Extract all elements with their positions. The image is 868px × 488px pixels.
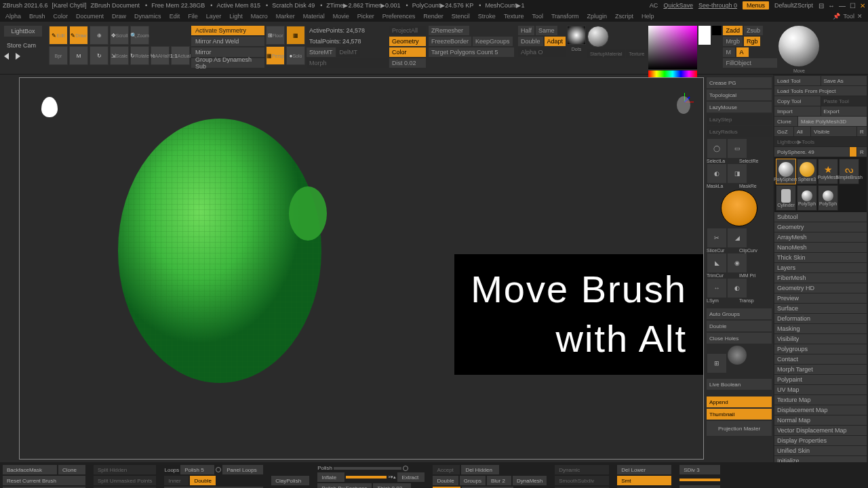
polish-toggle-icon[interactable] <box>216 467 221 472</box>
mesh-object[interactable] <box>101 112 372 396</box>
texture-button[interactable]: Texture <box>626 49 647 58</box>
m-button[interactable]: M <box>723 47 735 57</box>
goz-visible-button[interactable]: Visible <box>811 127 856 136</box>
tool-section-uv-map[interactable]: UV Map <box>774 385 867 394</box>
tool-thumb-simplebrush[interactable]: ᔓSimpleBrush <box>839 159 859 184</box>
mirror-weld-button[interactable]: Mirror And Weld <box>191 37 264 46</box>
zsub-button[interactable]: Zsub <box>744 26 763 35</box>
close-panel-icon[interactable]: ✕ <box>857 13 863 20</box>
keep-groups-button[interactable]: KeepGroups <box>473 37 513 46</box>
menu-zplugin[interactable]: Zplugin <box>587 13 608 20</box>
mask-lasso-icon[interactable]: ◐ <box>707 164 726 183</box>
hue-strip[interactable] <box>648 70 697 77</box>
tool-section-display-properties[interactable]: Display Properties <box>774 436 867 445</box>
select-rect-icon[interactable]: ▭ <box>728 139 747 158</box>
copy-tool-button[interactable]: Copy Tool <box>774 96 821 106</box>
menu-brush[interactable]: Brush <box>29 13 45 20</box>
double-extract-button[interactable]: Double <box>433 476 458 485</box>
adapt-button[interactable]: Adapt <box>545 37 566 46</box>
double-button[interactable]: Double <box>518 37 543 46</box>
breadcrumb[interactable]: Lightbox▶Tools <box>774 137 867 146</box>
menu-tool[interactable]: Tool <box>532 13 543 20</box>
tool-r-button[interactable]: R <box>857 147 867 157</box>
projection-master-button[interactable]: Projection Master <box>707 421 772 436</box>
half-button[interactable]: Half <box>518 26 534 35</box>
prev-cam-icon[interactable] <box>4 53 9 60</box>
tool-section-layers[interactable]: Layers <box>774 263 867 272</box>
menu-alpha[interactable]: Alpha <box>5 13 21 20</box>
polyframe-button[interactable]: ▦ <box>286 26 305 45</box>
tool-thumb-sphere3d[interactable]: Sphere3 <box>797 159 817 184</box>
append-button[interactable]: Append <box>707 396 772 407</box>
split-unmasked-button[interactable]: Split Unmasked Points <box>94 476 156 485</box>
imm-primitive-icon[interactable]: ◉ <box>728 253 747 272</box>
tool-section-unified-skin[interactable]: Unified Skin <box>774 446 867 455</box>
menu-draw[interactable]: Draw <box>112 13 126 20</box>
lazyradius-slider[interactable]: LazyRadius <box>707 126 772 137</box>
menu-transform[interactable]: Transform <box>551 13 579 20</box>
fill-object-button[interactable]: FillObject <box>723 58 777 68</box>
a-button[interactable]: A <box>736 47 749 57</box>
swatch-black[interactable] <box>712 26 722 35</box>
live-boolean-button[interactable]: Live Boolean <box>707 379 772 390</box>
tool-thumb-polysp1[interactable]: PolySph <box>797 185 817 211</box>
extract-button[interactable]: Extract <box>397 472 425 482</box>
tool-section-texture-map[interactable]: Texture Map <box>774 395 867 405</box>
make-polymesh-button[interactable]: Make PolyMesh3D <box>798 117 867 126</box>
floor-button[interactable]: ⊞Floor <box>266 26 285 45</box>
lightbox-button[interactable]: LightBox <box>4 26 42 37</box>
delmt-button[interactable]: DelMT <box>337 47 361 57</box>
tool-section-normal-map[interactable]: Normal Map <box>774 415 867 425</box>
transp-icon[interactable]: ◐ <box>728 279 747 298</box>
clip-curve-icon[interactable]: ◢ <box>728 228 747 247</box>
accept-button[interactable]: Accept <box>433 465 460 474</box>
sdiv-bar[interactable] <box>679 479 720 481</box>
tool-section-preview[interactable]: Preview <box>774 293 867 303</box>
zadd-button[interactable]: Zadd <box>723 26 743 35</box>
swap-icon[interactable]: ↔ <box>828 2 835 9</box>
menu-macro[interactable]: Macro <box>251 13 268 20</box>
color-picker[interactable] <box>648 26 697 69</box>
menu-stroke[interactable]: Stroke <box>478 13 496 20</box>
clone-bottom-button[interactable]: Clone <box>58 465 85 474</box>
viewport[interactable]: Move Brush with Alt <box>19 77 704 460</box>
tool-section-thick-skin[interactable]: Thick Skin <box>774 253 867 262</box>
material-thumb[interactable] <box>587 26 609 47</box>
zremesher-button[interactable]: ZRemesher <box>429 26 469 35</box>
smooth-subdiv-button[interactable]: SmoothSubdiv <box>555 476 609 485</box>
swatch-white[interactable] <box>698 26 711 45</box>
double-rp-button[interactable]: Double <box>707 321 772 331</box>
freeze-border-button[interactable]: FreezeBorder <box>429 37 471 46</box>
lazymouse-button[interactable]: LazyMouse <box>707 102 772 113</box>
solo-button[interactable]: ●Solo <box>286 46 305 65</box>
minimize-icon[interactable]: — <box>839 2 846 9</box>
tool-thumb-polysphere[interactable]: PolySphere <box>776 159 796 184</box>
save-as-button[interactable]: Save As <box>821 76 867 85</box>
tool-section-geometry-hd[interactable]: Geometry HD <box>774 283 867 293</box>
menu-marker[interactable]: Marker <box>276 13 295 20</box>
draw-button[interactable]: ✎Draw <box>69 26 88 45</box>
panel-loops-button[interactable]: Panel Loops <box>222 465 263 474</box>
rgb-button[interactable]: Rgb <box>744 37 761 46</box>
target-polygons-slider[interactable]: Target Polygons Count 5 <box>429 47 514 57</box>
bpr-button[interactable]: Bpr <box>49 46 68 65</box>
tool-section-morph-target[interactable]: Morph Target <box>774 365 867 374</box>
divide-button[interactable]: Divide <box>679 485 720 488</box>
menu-dynamics[interactable]: Dynamics <box>134 13 161 20</box>
tool-section-geometry[interactable]: Geometry <box>774 222 867 232</box>
reset-brush-button[interactable]: Reset Current Brush <box>3 476 85 485</box>
rotate-mode-button[interactable]: ↻ <box>90 46 108 65</box>
dynamesh-button[interactable]: DynaMesh <box>513 476 547 485</box>
mirror-button[interactable]: Mirror <box>191 47 264 57</box>
menu-color[interactable]: Color <box>54 13 68 20</box>
select-lasso-icon[interactable]: ◯ <box>707 139 726 158</box>
color-button[interactable]: Color <box>389 47 426 57</box>
tool-section-vector-displacement-map[interactable]: Vector Displacement Map <box>774 426 867 435</box>
tool-section-polygroups[interactable]: Polygroups <box>774 344 867 354</box>
tool-thumb-polymesh[interactable]: ★PolyMesh <box>818 159 838 184</box>
goz-button[interactable]: GoZ <box>774 127 793 136</box>
goz-all-button[interactable]: All <box>794 127 810 136</box>
tool-section-fibermesh[interactable]: FiberMesh <box>774 273 867 283</box>
clone-button[interactable]: Clone <box>774 117 797 126</box>
store-cam-button[interactable]: Store Cam <box>4 41 47 50</box>
